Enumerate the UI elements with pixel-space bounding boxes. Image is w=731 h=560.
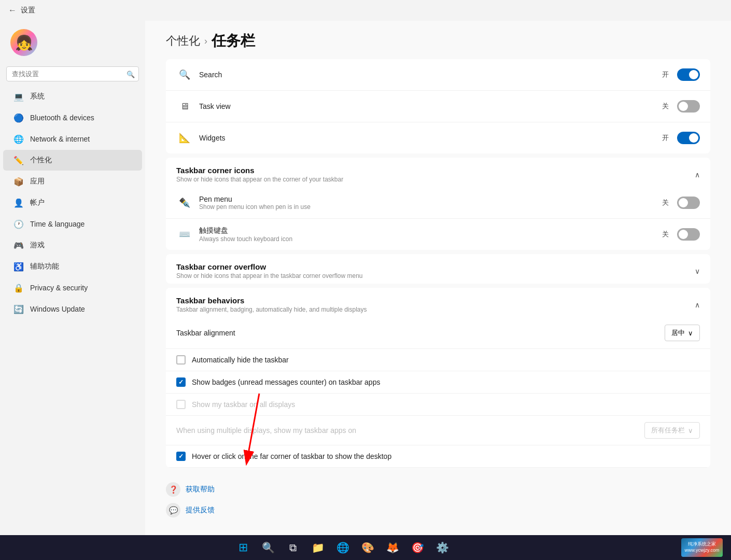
nav-container: 💻系统🔵Bluetooth & devices🌐Network & intern…	[0, 86, 145, 320]
sidebar-item-system[interactable]: 💻系统	[3, 86, 142, 107]
auto-hide-checkbox[interactable]	[176, 355, 186, 365]
multi-display-row: When using multiple displays, show my ta…	[166, 416, 710, 445]
corner-icon-toggle-label-1: 关	[662, 230, 669, 239]
time-nav-icon: 🕐	[13, 219, 24, 229]
taskbar-colorful2-button[interactable]: 🦊	[383, 538, 402, 557]
corner-icons-chevron: ∧	[695, 171, 700, 179]
taskbar-colorful1-button[interactable]: 🎨	[358, 538, 377, 557]
hover-corner-checkbox[interactable]	[176, 452, 186, 461]
feedback-link[interactable]: 💬 提供反馈	[166, 503, 710, 517]
badges-label: Show badges (unread messages counter) on…	[192, 378, 380, 386]
alignment-dropdown[interactable]: 居中 ∨	[665, 325, 700, 341]
alignment-row: Taskbar alignment 居中 ∨	[166, 317, 710, 349]
taskbar-item-toggle-label-0: 开	[662, 70, 669, 79]
corner-icon-main-label-1: 触摸键盘	[199, 226, 662, 235]
taskbar-behaviors-section: Taskbar behaviors Taskbar alignment, bad…	[166, 288, 710, 468]
taskbar-item-toggle-1[interactable]	[677, 100, 700, 113]
sidebar-item-privacy[interactable]: 🔒Privacy & security	[3, 277, 142, 298]
taskbar-item-label-1: Task view	[199, 102, 662, 110]
corner-overflow-chevron: ∨	[695, 267, 700, 275]
apps-nav-label: 应用	[30, 177, 45, 186]
taskbar-item-label-2: Widgets	[199, 134, 662, 142]
taskbar-item-toggle-wrapper-1: 关	[662, 100, 700, 113]
taskbar-colorful3-button[interactable]: 🎯	[408, 538, 427, 557]
taskbar-taskview-button[interactable]: ⧉	[284, 538, 302, 557]
sidebar-item-update[interactable]: 🔄Windows Update	[3, 299, 142, 319]
corner-overflow-header[interactable]: Taskbar corner overflow Show or hide ico…	[166, 254, 710, 284]
help-icon: ❓	[166, 482, 180, 497]
sidebar-item-accessibility[interactable]: ♿辅助功能	[3, 256, 142, 277]
taskbar-item-1: 🖥Task view关	[166, 91, 710, 122]
taskbar-windows-button[interactable]: ⊞	[234, 538, 252, 557]
multi-display-dropdown[interactable]: 所有任务栏 ∨	[644, 422, 700, 439]
behaviors-chevron: ∧	[695, 301, 700, 309]
all-displays-checkbox[interactable]	[176, 400, 186, 409]
taskbar-center: ⊞ 🔍 ⧉ 📁 🌐 🎨 🦊 🎯 ⚙️	[8, 538, 677, 557]
taskbar-items-section: 🔍Search开🖥Task view关📐Widgets开	[166, 59, 710, 153]
taskbar-corner-overflow-section: Taskbar corner overflow Show or hide ico…	[166, 254, 710, 284]
corner-icon-toggle-0[interactable]	[677, 197, 700, 209]
all-displays-row: Show my taskbar on all displays	[166, 394, 710, 416]
system-nav-icon: 💻	[13, 91, 24, 102]
taskbar-settings-button[interactable]: ⚙️	[433, 538, 452, 557]
breadcrumb-parent: 个性化	[166, 33, 200, 49]
gaming-nav-label: 游戏	[30, 241, 45, 250]
corner-icon-label-group-0: Pen menuShow pen menu icon when pen is i…	[199, 195, 662, 211]
privacy-nav-label: Privacy & security	[30, 284, 88, 292]
corner-icon-1: ⌨️	[176, 226, 193, 243]
help-label: 获取帮助	[186, 485, 215, 494]
taskbar-item-toggle-2[interactable]	[677, 132, 700, 144]
sidebar-item-network[interactable]: 🌐Network & internet	[3, 129, 142, 149]
auto-hide-row: Automatically hide the taskbar	[166, 349, 710, 371]
back-button[interactable]: ←	[8, 6, 17, 15]
corner-icon-toggle-wrapper-0: 关	[662, 197, 700, 209]
sidebar-item-accounts[interactable]: 👤帐户	[3, 192, 142, 213]
sidebar-item-bluetooth[interactable]: 🔵Bluetooth & devices	[3, 107, 142, 128]
accounts-nav-icon: 👤	[13, 198, 24, 208]
taskbar-search-button[interactable]: 🔍	[259, 538, 277, 557]
personalization-nav-label: 个性化	[30, 156, 52, 165]
corner-icon-sub-label-1: Always show touch keyboard icon	[199, 235, 662, 243]
watermark-badge: 纯净系统之家 www.ycwjzy.com	[681, 538, 723, 557]
feedback-icon: 💬	[166, 503, 180, 517]
help-link[interactable]: ❓ 获取帮助	[166, 482, 710, 497]
multi-display-label: When using multiple displays, show my ta…	[176, 426, 644, 435]
apps-nav-icon: 📦	[13, 176, 24, 187]
taskbar-item-icon-1: 🖥	[176, 98, 193, 115]
time-nav-label: Time & language	[30, 220, 85, 228]
corner-icon-toggle-1[interactable]	[677, 228, 700, 241]
breadcrumb-separator: ›	[204, 36, 207, 47]
footer-links: ❓ 获取帮助 💬 提供反馈	[145, 472, 731, 528]
sidebar-item-personalization[interactable]: ✏️个性化	[3, 150, 142, 171]
taskbar-edge-button[interactable]: 🌐	[333, 538, 352, 557]
privacy-nav-icon: 🔒	[13, 283, 24, 293]
corner-icon-main-label-0: Pen menu	[199, 195, 662, 203]
watermark-line1: 纯净系统之家	[685, 541, 720, 548]
alignment-label: Taskbar alignment	[176, 329, 665, 337]
sidebar-item-gaming[interactable]: 🎮游戏	[3, 235, 142, 256]
breadcrumb-current: 任务栏	[212, 31, 255, 51]
hover-corner-container: Hover or click on the far corner of task…	[166, 445, 710, 468]
system-taskbar: ⊞ 🔍 ⧉ 📁 🌐 🎨 🦊 🎯 ⚙️ 纯净系统之家 www.ycwjzy.com	[0, 535, 731, 560]
search-icon: 🔍	[126, 70, 135, 78]
badges-checkbox[interactable]	[176, 377, 186, 387]
corner-icon-toggle-label-0: 关	[662, 198, 669, 207]
corner-icon-item-1: ⌨️触摸键盘Always show touch keyboard icon关	[166, 219, 710, 250]
watermark-line2: www.ycwjzy.com	[685, 548, 720, 554]
corner-icons-header[interactable]: Taskbar corner icons Show or hide icons …	[166, 158, 710, 187]
sidebar-item-apps[interactable]: 📦应用	[3, 171, 142, 192]
multi-display-value: 所有任务栏	[651, 426, 685, 435]
taskbar-item-toggle-0[interactable]	[677, 68, 700, 81]
search-input[interactable]	[6, 66, 139, 81]
feedback-label: 提供反馈	[186, 506, 215, 515]
content-area: 个性化 › 任务栏 🔍Search开🖥Task view关📐Widgets开 T…	[145, 21, 731, 535]
app-title: 设置	[21, 6, 35, 15]
taskbar-item-2: 📐Widgets开	[166, 122, 710, 153]
corner-overflow-title: Taskbar corner overflow	[176, 262, 363, 271]
behaviors-header[interactable]: Taskbar behaviors Taskbar alignment, bad…	[166, 288, 710, 317]
system-nav-label: 系统	[30, 92, 45, 101]
taskbar-item-toggle-label-1: 关	[662, 102, 669, 111]
taskbar-explorer-button[interactable]: 📁	[308, 538, 327, 557]
sidebar-item-time[interactable]: 🕐Time & language	[3, 214, 142, 234]
back-icon: ←	[8, 6, 17, 15]
